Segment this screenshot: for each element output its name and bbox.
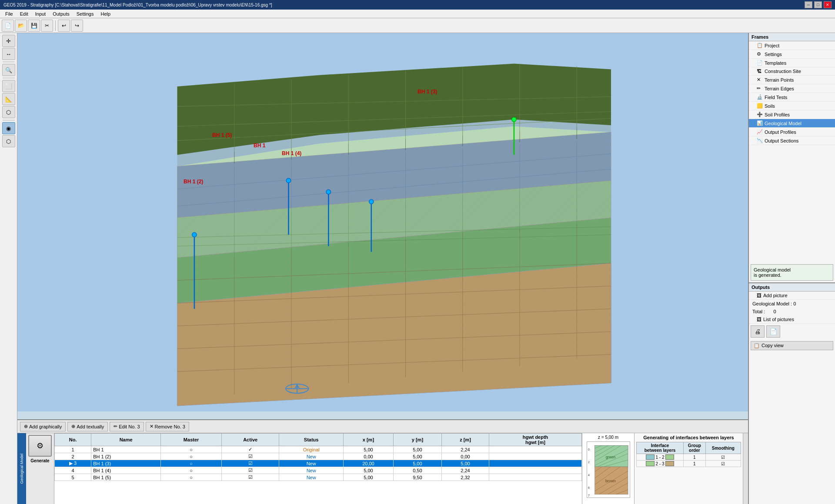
copy-view-btn[interactable]: 📋 Copy view	[751, 341, 833, 350]
frame-field-tests[interactable]: 🔬 Field Tests	[749, 93, 835, 102]
intf-row1-smooth[interactable]: ☑	[705, 454, 741, 461]
cell-status: Original	[279, 446, 344, 453]
table-row[interactable]: 1BH 1○✓Original5,005,002,24	[55, 446, 582, 453]
list-pictures-btn[interactable]: 🖼 List of pictures	[749, 315, 835, 324]
col-no: No.	[55, 434, 91, 446]
cell-master[interactable]: ○	[161, 446, 222, 453]
add-textually-btn[interactable]: ⊕ Add textually	[67, 422, 108, 431]
remove-icon: ✕	[150, 424, 154, 429]
generate-btn[interactable]: ⚙	[28, 435, 52, 457]
select-rect-btn[interactable]: ⬜	[2, 80, 15, 92]
cell-hgwt	[489, 453, 582, 460]
frame-terrain-points-label: Terrain Points	[765, 77, 794, 83]
print-btn[interactable]: 🖨	[751, 325, 765, 338]
move-tool-btn[interactable]: ✛	[2, 35, 15, 47]
col-x: x [m]	[343, 434, 393, 446]
cell-active[interactable]: ☑	[222, 453, 279, 460]
zoom-tool-btn[interactable]: 🔍	[2, 64, 15, 76]
cell-x: 5,00	[343, 467, 393, 474]
viewport[interactable]: BH 1 (3) BH 1 (5) BH 1 BH 1 (4) BH 1 (2)	[17, 33, 748, 419]
print2-btn[interactable]: 📄	[766, 325, 780, 338]
menu-settings[interactable]: Settings	[73, 10, 97, 17]
view3d-btn[interactable]: ◉	[2, 122, 15, 134]
close-btn[interactable]: ✕	[824, 1, 832, 8]
svg-text:brown: brown	[605, 479, 615, 483]
table-row[interactable]: 2BH 1 (2)○☑New0,005,000,00	[55, 453, 582, 460]
add-picture-btn[interactable]: 🖼 Add picture	[749, 292, 835, 300]
gen-panel: ⚙ Generate	[26, 433, 54, 504]
table-row[interactable]: ▶ 3BH 1 (3)○☑New20,005,005,00	[55, 460, 582, 467]
cell-active[interactable]: ☑	[222, 467, 279, 474]
maximize-btn[interactable]: □	[814, 1, 822, 8]
polygon-btn[interactable]: ⬡	[2, 106, 15, 118]
title-bar: GEO5 2019 - Stratigraphy [C:\Stahovat\St…	[0, 0, 835, 10]
cell-no: 2	[55, 453, 91, 460]
add-picture-label: Add picture	[763, 293, 788, 298]
menu-file[interactable]: File	[2, 10, 17, 17]
table-row[interactable]: 5BH 1 (5)○☑New5,009,502,32	[55, 474, 582, 481]
add-graphically-btn[interactable]: ⊕ Add graphically	[20, 422, 66, 431]
pan-tool-btn[interactable]: ↔	[2, 48, 15, 60]
frame-output-profiles[interactable]: 📈 Output Profiles	[749, 128, 835, 136]
intf-row1-interface: 1 - 2	[637, 454, 684, 461]
borehole-table[interactable]: No. Name Master Active Status x [m] y [m…	[54, 433, 582, 504]
frame-soils[interactable]: 🟨 Soils	[749, 102, 835, 110]
cell-master[interactable]: ○	[161, 474, 222, 481]
frame-output-sections[interactable]: 📉 Output Sections	[749, 136, 835, 145]
save-btn[interactable]: 💾	[28, 20, 40, 32]
cell-x: 0,00	[343, 453, 393, 460]
interface-table: Interfacebetween layers Grouporder Smoot…	[636, 442, 741, 467]
frame-project[interactable]: 📋 Project	[749, 41, 835, 50]
soil-profiles-icon: ➕	[757, 112, 763, 117]
generate-label: Generate	[30, 458, 49, 463]
right-panel: Frames 📋 Project ⚙ Settings 📄 Templates …	[748, 33, 835, 504]
frame-construction-site[interactable]: 🏗 Construction Site	[749, 67, 835, 76]
cell-active[interactable]: ☑	[222, 460, 279, 467]
remove-btn[interactable]: ✕ Remove No. 3	[146, 422, 189, 431]
frame-soil-profiles-label: Soil Profiles	[765, 112, 790, 117]
cell-y: 5,00	[393, 446, 441, 453]
frame-geological-model[interactable]: 📊 Geological Model	[749, 119, 835, 128]
table-row[interactable]: 4BH 1 (4)○☑New5,000,502,24	[55, 467, 582, 474]
geo-model-side-label: Geological Model	[17, 433, 26, 504]
frame-settings[interactable]: ⚙ Settings	[749, 50, 835, 59]
view3d-alt-btn[interactable]: ⬡	[2, 135, 15, 147]
edit-btn[interactable]: ✏ Edit No. 3	[110, 422, 144, 431]
outputs-header: Outputs	[749, 283, 835, 292]
cell-master[interactable]: ○	[161, 467, 222, 474]
menu-outputs[interactable]: Outputs	[49, 10, 73, 17]
frame-terrain-edges[interactable]: ✏ Terrain Edges	[749, 84, 835, 93]
add-graphically-icon: ⊕	[24, 424, 28, 429]
cell-active[interactable]: ☑	[222, 474, 279, 481]
copy-view-icon: 📋	[754, 343, 760, 348]
menu-edit[interactable]: Edit	[17, 10, 32, 17]
frame-terrain-points[interactable]: ✕ Terrain Points	[749, 76, 835, 84]
frame-soil-profiles[interactable]: ➕ Soil Profiles	[749, 110, 835, 119]
intf-row2-smooth[interactable]: ☑	[705, 461, 741, 467]
menu-help[interactable]: Help	[97, 10, 114, 17]
undo-btn[interactable]: ↩	[58, 20, 70, 32]
cell-master[interactable]: ○	[161, 453, 222, 460]
cell-hgwt	[489, 460, 582, 467]
menu-input[interactable]: Input	[32, 10, 49, 17]
minimize-btn[interactable]: ─	[805, 1, 812, 8]
col-status: Status	[279, 434, 344, 446]
output-sections-icon: 📉	[757, 138, 763, 143]
redo-btn[interactable]: ↪	[71, 20, 83, 32]
geo-model-icon: 📊	[757, 120, 763, 126]
table-scrollbar[interactable]	[743, 433, 748, 504]
new-btn[interactable]: 📄	[2, 20, 14, 32]
svg-point-70	[286, 178, 291, 183]
col-active: Active	[222, 434, 279, 446]
frame-project-label: Project	[765, 43, 779, 48]
cell-x: 5,00	[343, 474, 393, 481]
cell-x: 5,00	[343, 446, 393, 453]
cell-master[interactable]: ○	[161, 460, 222, 467]
cell-status: New	[279, 453, 344, 460]
cell-active[interactable]: ✓	[222, 446, 279, 453]
cut-btn[interactable]: ✂	[41, 20, 53, 32]
measure-btn[interactable]: 📐	[2, 93, 15, 105]
svg-point-68	[192, 232, 197, 237]
open-btn[interactable]: 📂	[15, 20, 27, 32]
frame-templates[interactable]: 📄 Templates	[749, 59, 835, 67]
